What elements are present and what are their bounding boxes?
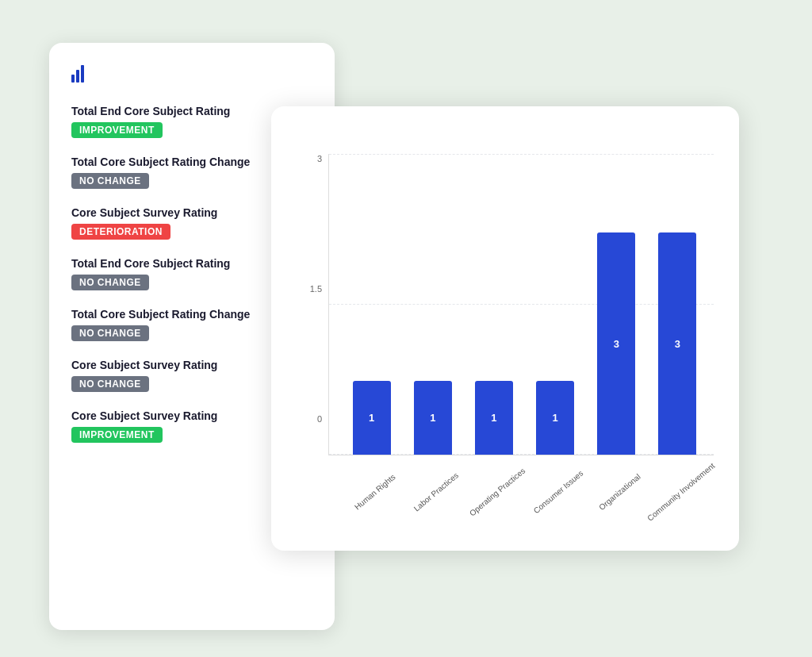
- bar-5: 3: [597, 232, 635, 455]
- bar-3: 1: [475, 381, 513, 455]
- metric-badge-3: DETERIORATION: [71, 224, 170, 240]
- chart-area: 3 1.5 0 1Human Rights1Labor Practices1Op…: [297, 154, 714, 455]
- cards-container: Total End Core Subject RatingIMPROVEMENT…: [49, 27, 763, 630]
- bar-1: 1: [353, 381, 391, 455]
- bar-label-6: Community Involvement: [645, 461, 717, 524]
- y-label-15: 1.5: [310, 284, 322, 294]
- right-card: 3 1.5 0 1Human Rights1Labor Practices1Op…: [271, 106, 739, 551]
- y-label-3: 3: [317, 154, 322, 163]
- bar-group-2: 1Labor Practices: [409, 154, 456, 455]
- bar-2: 1: [414, 381, 452, 455]
- bar-label-4: Consumer Issues: [531, 468, 585, 516]
- metric-badge-2: NO CHANGE: [71, 173, 149, 189]
- bar-group-1: 1Human Rights: [348, 154, 395, 455]
- metric-badge-4: NO CHANGE: [71, 275, 149, 290]
- metric-badge-6: NO CHANGE: [71, 376, 149, 392]
- y-axis: 3 1.5 0: [297, 154, 327, 424]
- bar-label-3: Operating Practices: [467, 466, 527, 518]
- bars-container: 1Human Rights1Labor Practices1Operating …: [342, 154, 707, 455]
- bar-group-4: 1Consumer Issues: [532, 154, 579, 455]
- bar-group-3: 1Operating Practices: [470, 154, 517, 455]
- bar-6: 3: [658, 232, 696, 455]
- bar-4: 1: [536, 381, 574, 455]
- bar-label-2: Labor Practices: [412, 471, 461, 514]
- bar-label-5: Organizational: [597, 471, 643, 512]
- bar-group-6: 3Community Involvement: [654, 154, 701, 455]
- bars-area: 1Human Rights1Labor Practices1Operating …: [328, 154, 714, 455]
- metric-badge-1: IMPROVEMENT: [71, 122, 163, 138]
- y-label-0: 0: [317, 414, 322, 424]
- card-header: [71, 65, 312, 83]
- bar-label-1: Human Rights: [352, 472, 397, 513]
- metric-badge-7: IMPROVEMENT: [71, 427, 163, 443]
- bar-group-5: 3Organizational: [593, 154, 640, 455]
- metric-badge-5: NO CHANGE: [71, 325, 149, 341]
- bar-chart-icon: [71, 65, 84, 83]
